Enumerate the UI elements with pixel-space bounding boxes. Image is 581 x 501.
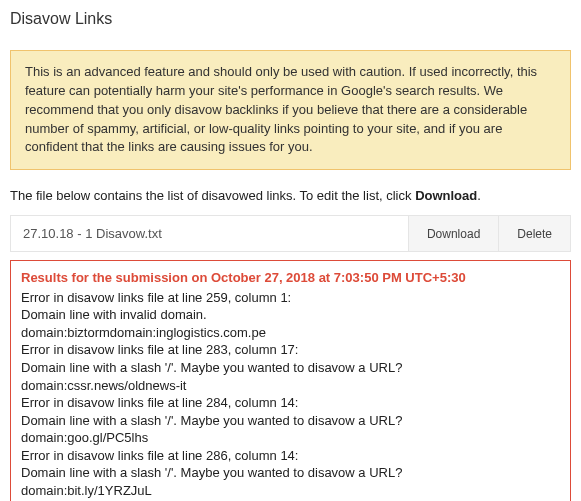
- warning-banner: This is an advanced feature and should o…: [10, 50, 571, 170]
- results-line: Domain line with a slash '/'. Maybe you …: [21, 359, 560, 377]
- page-title: Disavow Links: [10, 10, 571, 28]
- results-line: domain:biztormdomain:inglogistics.com.pe: [21, 324, 560, 342]
- intro-suffix: .: [477, 188, 481, 203]
- file-row: 27.10.18 - 1 Disavow.txt Download Delete: [10, 215, 571, 252]
- intro-bold: Download: [415, 188, 477, 203]
- results-line: Error in disavow links file at line 259,…: [21, 289, 560, 307]
- delete-button[interactable]: Delete: [498, 216, 570, 251]
- results-line: Domain line with a slash '/'. Maybe you …: [21, 464, 560, 482]
- results-header: Results for the submission on October 27…: [21, 269, 560, 287]
- intro-prefix: The file below contains the list of disa…: [10, 188, 415, 203]
- file-actions: Download Delete: [409, 216, 570, 251]
- file-name: 27.10.18 - 1 Disavow.txt: [11, 216, 409, 251]
- results-line: domain:bit.ly/1YRZJuL: [21, 482, 560, 500]
- results-line: Error in disavow links file at line 286,…: [21, 447, 560, 465]
- results-line: Domain line with invalid domain.: [21, 306, 560, 324]
- results-line: Error in disavow links file at line 283,…: [21, 341, 560, 359]
- results-line: domain:cssr.news/oldnews-it: [21, 377, 560, 395]
- results-line: Domain line with a slash '/'. Maybe you …: [21, 412, 560, 430]
- results-line: Error in disavow links file at line 284,…: [21, 394, 560, 412]
- intro-text: The file below contains the list of disa…: [10, 188, 571, 203]
- download-button[interactable]: Download: [409, 216, 498, 251]
- results-line: domain:goo.gl/PC5lhs: [21, 429, 560, 447]
- results-body: Error in disavow links file at line 259,…: [21, 289, 560, 501]
- results-box: Results for the submission on October 27…: [10, 260, 571, 501]
